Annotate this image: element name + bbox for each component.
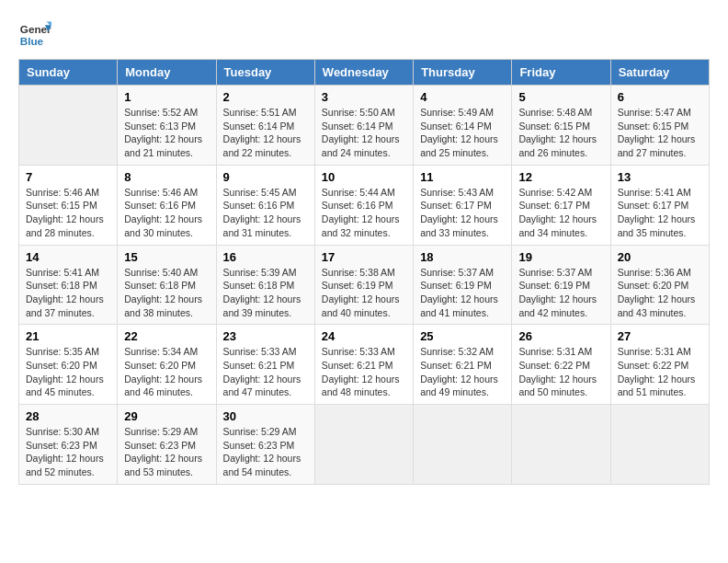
day-number: 24 bbox=[322, 329, 406, 343]
day-header-sunday: Sunday bbox=[19, 60, 118, 86]
week-row-1: 7Sunrise: 5:46 AM Sunset: 6:15 PM Daylig… bbox=[19, 165, 710, 245]
day-number: 21 bbox=[26, 329, 110, 343]
calendar-cell: 24Sunrise: 5:33 AM Sunset: 6:21 PM Dayli… bbox=[314, 325, 413, 405]
calendar-cell bbox=[314, 405, 413, 485]
day-detail: Sunrise: 5:44 AM Sunset: 6:16 PM Dayligh… bbox=[322, 186, 406, 240]
day-number: 22 bbox=[124, 329, 209, 343]
day-detail: Sunrise: 5:37 AM Sunset: 6:19 PM Dayligh… bbox=[518, 266, 603, 320]
day-number: 13 bbox=[618, 170, 702, 184]
calendar-cell: 4Sunrise: 5:49 AM Sunset: 6:14 PM Daylig… bbox=[414, 86, 512, 166]
calendar-cell: 1Sunrise: 5:52 AM Sunset: 6:13 PM Daylig… bbox=[118, 86, 216, 166]
day-number: 26 bbox=[518, 329, 603, 343]
day-number: 15 bbox=[124, 250, 209, 264]
week-row-2: 14Sunrise: 5:41 AM Sunset: 6:18 PM Dayli… bbox=[19, 245, 710, 325]
calendar-cell: 10Sunrise: 5:44 AM Sunset: 6:16 PM Dayli… bbox=[314, 165, 413, 245]
day-detail: Sunrise: 5:33 AM Sunset: 6:21 PM Dayligh… bbox=[322, 345, 406, 399]
day-number: 19 bbox=[518, 250, 603, 264]
calendar-cell: 3Sunrise: 5:50 AM Sunset: 6:14 PM Daylig… bbox=[314, 86, 413, 166]
day-detail: Sunrise: 5:34 AM Sunset: 6:20 PM Dayligh… bbox=[124, 345, 209, 399]
calendar-table: SundayMondayTuesdayWednesdayThursdayFrid… bbox=[18, 59, 710, 485]
calendar-cell: 29Sunrise: 5:29 AM Sunset: 6:23 PM Dayli… bbox=[118, 405, 216, 485]
day-detail: Sunrise: 5:42 AM Sunset: 6:17 PM Dayligh… bbox=[518, 186, 603, 240]
calendar-cell: 14Sunrise: 5:41 AM Sunset: 6:18 PM Dayli… bbox=[19, 245, 118, 325]
calendar-cell: 11Sunrise: 5:43 AM Sunset: 6:17 PM Dayli… bbox=[414, 165, 512, 245]
calendar-cell bbox=[19, 86, 118, 166]
day-number: 23 bbox=[223, 329, 308, 343]
logo-icon: General Blue bbox=[18, 18, 51, 52]
calendar-cell: 13Sunrise: 5:41 AM Sunset: 6:17 PM Dayli… bbox=[610, 165, 709, 245]
day-number: 3 bbox=[322, 90, 406, 104]
calendar-cell: 18Sunrise: 5:37 AM Sunset: 6:19 PM Dayli… bbox=[414, 245, 512, 325]
calendar-cell: 16Sunrise: 5:39 AM Sunset: 6:18 PM Dayli… bbox=[216, 245, 314, 325]
day-number: 10 bbox=[322, 170, 406, 184]
header-row: SundayMondayTuesdayWednesdayThursdayFrid… bbox=[19, 60, 710, 86]
calendar-cell bbox=[512, 405, 610, 485]
calendar-cell: 9Sunrise: 5:45 AM Sunset: 6:16 PM Daylig… bbox=[216, 165, 314, 245]
calendar-cell: 19Sunrise: 5:37 AM Sunset: 6:19 PM Dayli… bbox=[512, 245, 610, 325]
day-header-tuesday: Tuesday bbox=[216, 60, 314, 86]
calendar-cell: 21Sunrise: 5:35 AM Sunset: 6:20 PM Dayli… bbox=[19, 325, 118, 405]
day-detail: Sunrise: 5:38 AM Sunset: 6:19 PM Dayligh… bbox=[322, 266, 406, 320]
day-detail: Sunrise: 5:50 AM Sunset: 6:14 PM Dayligh… bbox=[322, 106, 406, 160]
day-number: 9 bbox=[223, 170, 308, 184]
day-detail: Sunrise: 5:41 AM Sunset: 6:18 PM Dayligh… bbox=[26, 266, 110, 320]
day-header-friday: Friday bbox=[512, 60, 610, 86]
calendar-cell: 27Sunrise: 5:31 AM Sunset: 6:22 PM Dayli… bbox=[610, 325, 709, 405]
day-detail: Sunrise: 5:31 AM Sunset: 6:22 PM Dayligh… bbox=[518, 345, 603, 399]
day-detail: Sunrise: 5:36 AM Sunset: 6:20 PM Dayligh… bbox=[618, 266, 702, 320]
day-detail: Sunrise: 5:52 AM Sunset: 6:13 PM Dayligh… bbox=[124, 106, 209, 160]
calendar-cell: 7Sunrise: 5:46 AM Sunset: 6:15 PM Daylig… bbox=[19, 165, 118, 245]
day-header-wednesday: Wednesday bbox=[314, 60, 413, 86]
day-detail: Sunrise: 5:39 AM Sunset: 6:18 PM Dayligh… bbox=[223, 266, 308, 320]
week-row-4: 28Sunrise: 5:30 AM Sunset: 6:23 PM Dayli… bbox=[19, 405, 710, 485]
day-number: 2 bbox=[223, 90, 308, 104]
day-number: 7 bbox=[26, 170, 110, 184]
day-number: 5 bbox=[518, 90, 603, 104]
day-detail: Sunrise: 5:49 AM Sunset: 6:14 PM Dayligh… bbox=[420, 106, 505, 160]
day-detail: Sunrise: 5:37 AM Sunset: 6:19 PM Dayligh… bbox=[420, 266, 505, 320]
day-number: 4 bbox=[420, 90, 505, 104]
day-number: 27 bbox=[618, 329, 702, 343]
day-detail: Sunrise: 5:40 AM Sunset: 6:18 PM Dayligh… bbox=[124, 266, 209, 320]
day-detail: Sunrise: 5:41 AM Sunset: 6:17 PM Dayligh… bbox=[618, 186, 702, 240]
calendar-cell: 8Sunrise: 5:46 AM Sunset: 6:16 PM Daylig… bbox=[118, 165, 216, 245]
day-header-thursday: Thursday bbox=[414, 60, 512, 86]
calendar-cell: 6Sunrise: 5:47 AM Sunset: 6:15 PM Daylig… bbox=[610, 86, 709, 166]
day-detail: Sunrise: 5:46 AM Sunset: 6:16 PM Dayligh… bbox=[124, 186, 209, 240]
day-detail: Sunrise: 5:46 AM Sunset: 6:15 PM Dayligh… bbox=[26, 186, 110, 240]
day-detail: Sunrise: 5:32 AM Sunset: 6:21 PM Dayligh… bbox=[420, 345, 505, 399]
calendar-cell: 23Sunrise: 5:33 AM Sunset: 6:21 PM Dayli… bbox=[216, 325, 314, 405]
day-detail: Sunrise: 5:35 AM Sunset: 6:20 PM Dayligh… bbox=[26, 345, 110, 399]
day-number: 29 bbox=[124, 409, 209, 423]
day-detail: Sunrise: 5:29 AM Sunset: 6:23 PM Dayligh… bbox=[124, 425, 209, 479]
svg-text:Blue: Blue bbox=[20, 35, 44, 47]
day-number: 17 bbox=[322, 250, 406, 264]
day-number: 12 bbox=[518, 170, 603, 184]
week-row-0: 1Sunrise: 5:52 AM Sunset: 6:13 PM Daylig… bbox=[19, 86, 710, 166]
day-detail: Sunrise: 5:47 AM Sunset: 6:15 PM Dayligh… bbox=[618, 106, 702, 160]
calendar-cell: 28Sunrise: 5:30 AM Sunset: 6:23 PM Dayli… bbox=[19, 405, 118, 485]
day-detail: Sunrise: 5:51 AM Sunset: 6:14 PM Dayligh… bbox=[223, 106, 308, 160]
calendar-cell: 20Sunrise: 5:36 AM Sunset: 6:20 PM Dayli… bbox=[610, 245, 709, 325]
day-number: 18 bbox=[420, 250, 505, 264]
day-detail: Sunrise: 5:33 AM Sunset: 6:21 PM Dayligh… bbox=[223, 345, 308, 399]
calendar-cell bbox=[414, 405, 512, 485]
day-detail: Sunrise: 5:31 AM Sunset: 6:22 PM Dayligh… bbox=[618, 345, 702, 399]
day-number: 14 bbox=[26, 250, 110, 264]
calendar-cell bbox=[610, 405, 709, 485]
day-header-monday: Monday bbox=[118, 60, 216, 86]
day-detail: Sunrise: 5:45 AM Sunset: 6:16 PM Dayligh… bbox=[223, 186, 308, 240]
week-row-3: 21Sunrise: 5:35 AM Sunset: 6:20 PM Dayli… bbox=[19, 325, 710, 405]
day-number: 6 bbox=[618, 90, 702, 104]
day-number: 11 bbox=[420, 170, 505, 184]
day-detail: Sunrise: 5:30 AM Sunset: 6:23 PM Dayligh… bbox=[26, 425, 110, 479]
day-number: 30 bbox=[223, 409, 308, 423]
day-number: 20 bbox=[618, 250, 702, 264]
calendar-cell: 25Sunrise: 5:32 AM Sunset: 6:21 PM Dayli… bbox=[414, 325, 512, 405]
day-number: 25 bbox=[420, 329, 505, 343]
calendar-cell: 12Sunrise: 5:42 AM Sunset: 6:17 PM Dayli… bbox=[512, 165, 610, 245]
day-detail: Sunrise: 5:43 AM Sunset: 6:17 PM Dayligh… bbox=[420, 186, 505, 240]
svg-text:General: General bbox=[20, 23, 51, 35]
day-number: 8 bbox=[124, 170, 209, 184]
page-header: General Blue bbox=[18, 18, 710, 52]
